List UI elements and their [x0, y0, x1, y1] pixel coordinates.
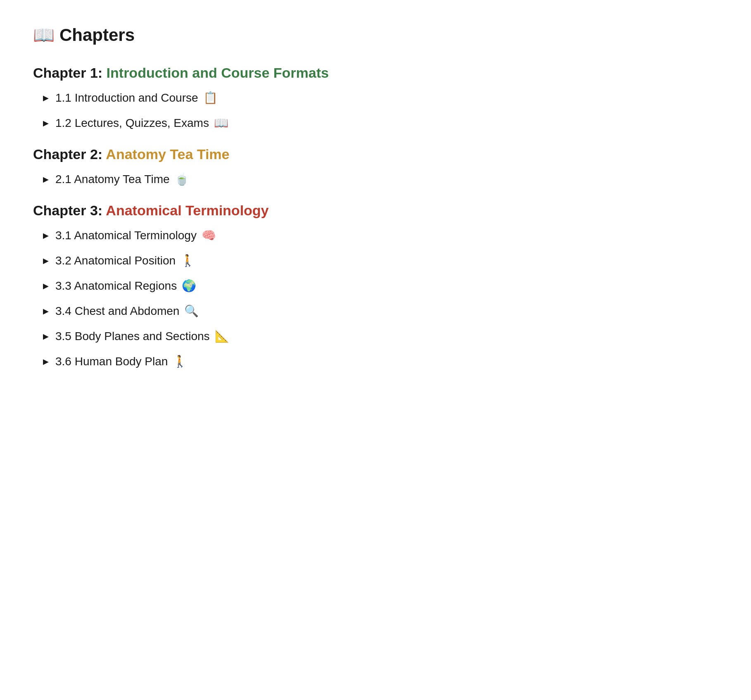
- list-item[interactable]: ▶ 2.1 Anatomy Tea Time 🍵: [43, 172, 718, 186]
- book-icon: 📖: [33, 25, 55, 45]
- chapter-2-heading: Chapter 2: Anatomy Tea Time: [33, 146, 718, 162]
- item-text: 1.2 Lectures, Quizzes, Exams: [55, 117, 209, 130]
- chapter-2-title: Anatomy Tea Time: [106, 146, 229, 162]
- list-item[interactable]: ▶ 3.5 Body Planes and Sections 📐: [43, 329, 718, 343]
- chapter-3-heading: Chapter 3: Anatomical Terminology: [33, 202, 718, 219]
- list-item[interactable]: ▶ 3.3 Anatomical Regions 🌍: [43, 279, 718, 293]
- chapter-3-section: Chapter 3: Anatomical Terminology ▶ 3.1 …: [33, 202, 718, 368]
- item-emoji: 🌍: [182, 279, 196, 293]
- list-item[interactable]: ▶ 3.1 Anatomical Terminology 🧠: [43, 229, 718, 242]
- item-emoji: 🔍: [184, 304, 199, 318]
- chapter-1-section: Chapter 1: Introduction and Course Forma…: [33, 65, 718, 130]
- item-text: 3.3 Anatomical Regions: [55, 279, 177, 293]
- item-text: 3.1 Anatomical Terminology: [55, 229, 197, 242]
- arrow-icon: ▶: [43, 256, 49, 265]
- item-emoji: 📐: [215, 329, 229, 343]
- list-item[interactable]: ▶ 3.6 Human Body Plan 🚶: [43, 355, 718, 368]
- item-text: 3.5 Body Planes and Sections: [55, 330, 210, 343]
- chapter-1-label: Chapter 1:: [33, 65, 102, 81]
- arrow-icon: ▶: [43, 175, 49, 184]
- chapter-1-items: ▶ 1.1 Introduction and Course 📋 ▶ 1.2 Le…: [33, 91, 718, 130]
- arrow-icon: ▶: [43, 307, 49, 316]
- list-item[interactable]: ▶ 3.4 Chest and Abdomen 🔍: [43, 304, 718, 318]
- arrow-icon: ▶: [43, 231, 49, 240]
- list-item[interactable]: ▶ 3.2 Anatomical Position 🚶: [43, 254, 718, 267]
- chapter-2-section: Chapter 2: Anatomy Tea Time ▶ 2.1 Anatom…: [33, 146, 718, 186]
- chapter-3-label: Chapter 3:: [33, 202, 102, 218]
- list-item[interactable]: ▶ 1.1 Introduction and Course 📋: [43, 91, 718, 105]
- arrow-icon: ▶: [43, 119, 49, 128]
- item-text: 1.1 Introduction and Course: [55, 91, 198, 105]
- chapter-3-items: ▶ 3.1 Anatomical Terminology 🧠 ▶ 3.2 Ana…: [33, 229, 718, 368]
- item-text: 2.1 Anatomy Tea Time: [55, 173, 170, 186]
- item-emoji: 🍵: [175, 172, 189, 186]
- arrow-icon: ▶: [43, 93, 49, 102]
- page-title: 📖 Chapters: [33, 25, 718, 45]
- item-text: 3.6 Human Body Plan: [55, 355, 168, 368]
- chapter-1-heading: Chapter 1: Introduction and Course Forma…: [33, 65, 718, 81]
- item-text: 3.4 Chest and Abdomen: [55, 305, 179, 318]
- chapter-1-title: Introduction and Course Formats: [107, 65, 329, 81]
- item-emoji: 📋: [203, 91, 218, 105]
- arrow-icon: ▶: [43, 357, 49, 366]
- arrow-icon: ▶: [43, 281, 49, 290]
- arrow-icon: ▶: [43, 332, 49, 341]
- item-emoji: 🚶: [173, 355, 187, 368]
- chapter-2-items: ▶ 2.1 Anatomy Tea Time 🍵: [33, 172, 718, 186]
- item-text: 3.2 Anatomical Position: [55, 254, 176, 267]
- chapters-container: Chapter 1: Introduction and Course Forma…: [33, 65, 718, 368]
- item-emoji: 🧠: [202, 229, 216, 242]
- item-emoji: 📖: [214, 116, 228, 130]
- chapter-2-label: Chapter 2:: [33, 146, 102, 162]
- list-item[interactable]: ▶ 1.2 Lectures, Quizzes, Exams 📖: [43, 116, 718, 130]
- chapter-3-title: Anatomical Terminology: [106, 202, 269, 218]
- item-emoji: 🚶: [181, 254, 195, 267]
